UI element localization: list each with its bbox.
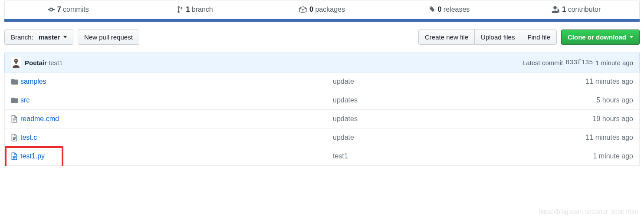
commit-author[interactable]: Poetair <box>25 59 47 66</box>
folder-icon <box>11 97 20 104</box>
repo-toolbar: Branch: master New pull request Create n… <box>4 30 640 45</box>
repo-stats-bar: 7 commits 1 branch 0 packages 0 releases… <box>4 0 640 19</box>
file-row: readme.cmdupdates19 hours ago <box>4 110 640 128</box>
svg-rect-5 <box>16 62 17 64</box>
file-name-link[interactable]: test.c <box>20 134 37 141</box>
commit-message[interactable]: updates <box>333 115 546 123</box>
commit-time: 1 minute ago <box>595 59 633 66</box>
branch-icon <box>177 6 183 13</box>
commit-sha[interactable]: 833f135 <box>565 59 593 66</box>
package-icon <box>299 6 307 13</box>
file-time: 19 hours ago <box>546 115 633 123</box>
file-icon <box>11 134 20 141</box>
branch-select-button[interactable]: Branch: master <box>4 30 73 45</box>
folder-icon <box>11 78 20 85</box>
people-icon <box>551 6 559 13</box>
svg-point-6 <box>15 60 16 61</box>
file-row: samplesupdate11 minutes ago <box>4 72 640 91</box>
file-row: srcupdates5 hours ago <box>4 91 640 110</box>
avatar[interactable] <box>11 57 21 68</box>
upload-files-button[interactable]: Upload files <box>474 30 521 45</box>
stat-contributors[interactable]: 1 contributor <box>513 0 639 19</box>
file-name-link[interactable]: readme.cmd <box>20 115 59 122</box>
svg-point-7 <box>16 60 17 61</box>
commit-message[interactable]: test1 <box>49 59 63 66</box>
file-list: samplesupdate11 minutes agosrcupdates5 h… <box>4 72 640 166</box>
find-file-button[interactable]: Find file <box>521 30 557 45</box>
file-row: test.cupdate11 minutes ago <box>4 128 640 147</box>
file-icon <box>11 115 20 123</box>
caret-down-icon <box>63 36 67 38</box>
file-time: 11 minutes ago <box>546 78 633 85</box>
file-name-link[interactable]: test1.py <box>20 152 45 160</box>
commit-message[interactable]: update <box>333 78 546 85</box>
clone-download-button[interactable]: Clone or download <box>561 30 640 45</box>
caret-down-icon <box>630 36 633 38</box>
new-pull-request-button[interactable]: New pull request <box>78 30 139 45</box>
file-actions-group: Create new file Upload files Find file <box>418 30 557 45</box>
latest-commit-label: Latest commit <box>522 59 563 66</box>
latest-commit-bar: Poetair test1 Latest commit 833f135 1 mi… <box>4 53 640 72</box>
commit-message[interactable]: update <box>333 134 546 141</box>
stat-releases[interactable]: 0 releases <box>385 0 512 19</box>
file-time: 5 hours ago <box>546 96 633 104</box>
file-icon <box>11 152 20 160</box>
stat-branches[interactable]: 1 branch <box>131 0 258 19</box>
stat-commits[interactable]: 7 commits <box>5 0 131 19</box>
tag-icon <box>428 6 435 13</box>
language-bar <box>4 19 640 22</box>
file-time: 11 minutes ago <box>546 134 633 141</box>
file-name-link[interactable]: samples <box>20 78 46 85</box>
svg-point-0 <box>49 8 53 11</box>
commit-message[interactable]: updates <box>333 96 546 104</box>
commits-icon <box>48 6 55 13</box>
file-name-link[interactable]: src <box>20 96 30 104</box>
stat-packages[interactable]: 0 packages <box>259 0 385 19</box>
create-new-file-button[interactable]: Create new file <box>418 30 475 45</box>
file-time: 1 minute ago <box>546 152 633 160</box>
commit-message[interactable]: test1 <box>333 152 546 160</box>
file-row: test1.pytest11 minute ago <box>4 147 640 166</box>
